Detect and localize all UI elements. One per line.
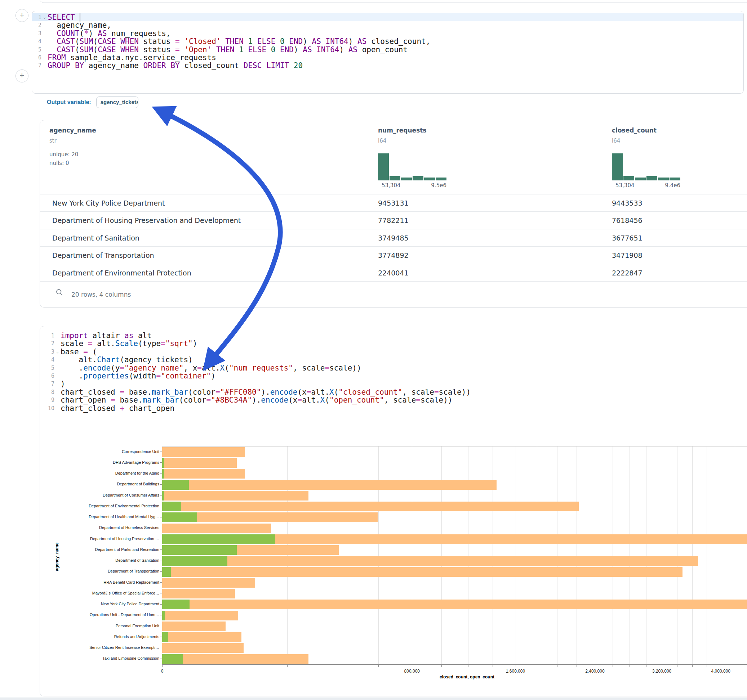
y-axis-label: Operations Unit - Department of Hom… — [40, 612, 159, 617]
python-code-editor[interactable]: 1import altair as alt2scale = alt.Scale(… — [40, 332, 747, 412]
y-axis-tick — [160, 572, 162, 572]
code-token — [116, 45, 121, 54]
column-header-agency-name[interactable]: agency_name — [49, 127, 96, 134]
code-token: "open_count" — [330, 396, 384, 404]
code-token: alt — [133, 331, 152, 340]
dataframe-preview-card: agency_name str unique: 20 nulls: 0 num_… — [39, 120, 747, 308]
code-token: FROM — [48, 53, 66, 62]
column-header-num-requests[interactable]: num_requests — [378, 127, 426, 134]
code-token — [180, 37, 184, 46]
code-token: X — [220, 364, 225, 372]
code-token: = — [175, 37, 180, 46]
code-token — [321, 37, 326, 46]
fold-spacer — [54, 404, 60, 412]
code-token: chart_closed — [60, 404, 119, 413]
fold-chevron-icon[interactable]: ⌄ — [41, 13, 48, 21]
bar-closed-count — [162, 567, 682, 577]
gridline — [612, 447, 613, 664]
code-token: + — [119, 404, 124, 413]
sql-code-editor[interactable]: 1⌄SELECT 2 agency_name,3 COUNT(*) AS num… — [32, 13, 743, 70]
gridline — [576, 447, 577, 664]
histogram-bar — [435, 178, 446, 180]
bar-open-count — [162, 611, 165, 620]
code-token — [243, 37, 248, 46]
y-axis-label: Department of Environmental Protection — [40, 504, 159, 508]
add-cell-button-top[interactable]: + — [15, 9, 29, 22]
code-token — [262, 61, 266, 70]
code-token: (width — [129, 372, 156, 380]
fold-chevron-icon[interactable]: ⌄ — [54, 348, 60, 356]
code-token: ( — [75, 37, 80, 46]
gridline — [537, 447, 537, 664]
code-token: , scale — [293, 364, 325, 372]
code-token: CAST — [57, 45, 75, 54]
code-token: "num_requests" — [229, 364, 293, 372]
y-axis-label: Department of Buildings — [40, 482, 159, 486]
line-number: 8 — [40, 388, 54, 396]
bar-open-count — [162, 599, 189, 609]
output-variable-pill[interactable]: agency_tickets — [96, 97, 138, 108]
code-line: 7) — [40, 380, 747, 388]
bar-open-count — [162, 632, 168, 642]
code-token: open_count — [357, 45, 408, 54]
code-token — [48, 29, 57, 38]
line-number: 3 — [32, 30, 41, 38]
text-cursor — [80, 13, 80, 22]
histogram-num-requests — [378, 152, 446, 180]
code-token: (x — [288, 396, 297, 404]
code-text: CAST(SUM(CASE WHEN status = 'Open' THEN … — [48, 46, 743, 54]
y-axis-label: Department for the Aging — [40, 471, 159, 475]
column-header-closed-count[interactable]: closed_count — [612, 127, 656, 134]
y-axis-label: Senior Citizen Rent Increase Exempti… — [40, 645, 159, 650]
code-token — [116, 37, 121, 46]
fold-spacer — [54, 380, 60, 388]
line-number: 3 — [40, 348, 54, 356]
code-token: agency_name, — [48, 21, 111, 30]
bar-closed-count — [162, 611, 238, 620]
code-text: .encode(y="agency_name", x=alt.X("num_re… — [60, 364, 747, 372]
code-token: ) — [348, 37, 357, 46]
code-token: , scale — [384, 396, 416, 404]
code-token: END — [289, 37, 303, 46]
code-token: = — [307, 388, 312, 397]
gridline — [493, 447, 493, 664]
code-text: chart_closed + chart_open — [60, 404, 747, 412]
bar-open-count — [162, 556, 227, 566]
code-token: WHEN — [120, 45, 139, 54]
code-token: mark_bar — [143, 396, 179, 404]
table-row: Department of Transportation377489234719… — [40, 246, 747, 264]
x-axis-tick — [735, 665, 735, 667]
table-footer: 20 rows, 4 columns — [40, 281, 747, 307]
code-token — [289, 61, 294, 70]
search-icon[interactable] — [56, 289, 63, 296]
output-variable-label: Output variable: — [47, 99, 91, 106]
y-axis-label: Department of Consumer Affairs — [40, 493, 159, 497]
code-token: BY — [171, 61, 180, 70]
code-token: ) — [211, 372, 215, 380]
y-axis-label: Personal Exemption Unit — [40, 624, 159, 628]
bar-closed-count — [162, 447, 245, 457]
bar-closed-count — [162, 622, 225, 631]
histogram-bar — [670, 178, 680, 180]
bar-closed-count — [162, 556, 698, 566]
y-axis-tick — [160, 626, 162, 626]
line-number: 6 — [32, 54, 41, 62]
y-axis-tick — [160, 484, 162, 485]
code-token: "closed_count" — [338, 388, 402, 397]
add-cell-button-middle[interactable]: + — [15, 69, 29, 83]
column-type-num-requests: i64 — [378, 137, 386, 144]
histogram-bar — [424, 178, 435, 180]
code-token: ( — [224, 364, 229, 372]
code-token: ). — [252, 396, 261, 404]
bar-closed-count — [162, 480, 496, 490]
code-token: altair — [88, 331, 124, 340]
code-token: = — [215, 388, 220, 397]
code-token — [75, 13, 80, 22]
fold-spacer — [41, 38, 48, 45]
code-token: = — [207, 396, 211, 404]
code-token: status — [139, 37, 175, 46]
code-token: = — [110, 396, 115, 404]
code-token: chart_closed — [60, 388, 119, 397]
code-token: 'Open' — [184, 45, 212, 54]
code-token: = — [119, 364, 124, 372]
